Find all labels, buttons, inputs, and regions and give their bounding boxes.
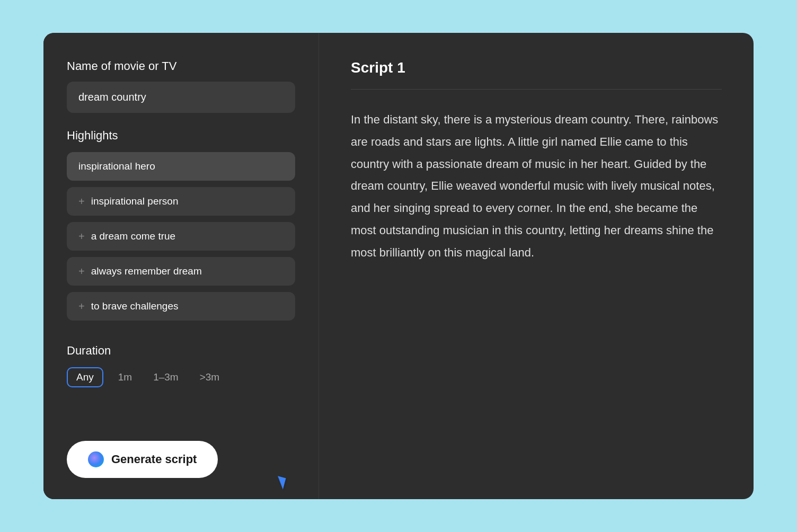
highlight-item-h1[interactable]: inspirational hero [67,152,295,181]
highlight-text-h1: inspirational hero [78,161,155,172]
highlight-item-h5[interactable]: + to brave challenges [67,292,295,321]
right-panel: Script 1 In the distant sky, there is a … [319,33,754,499]
movie-label: Name of movie or TV [67,59,295,73]
highlight-text-h2: inspirational person [91,196,179,207]
plus-icon-h5: + [78,301,85,312]
duration-3m-plus[interactable]: >3m [193,367,226,387]
left-panel: Name of movie or TV dream country Highli… [43,33,319,499]
main-card: Name of movie or TV dream country Highli… [43,33,754,499]
movie-input[interactable]: dream country [67,82,295,113]
duration-any[interactable]: Any [67,367,103,387]
cursor-icon [274,476,286,489]
highlight-text-h4: always remember dream [91,265,202,277]
duration-label: Duration [67,344,295,358]
plus-icon-h4: + [78,266,85,277]
plus-icon-h3: + [78,231,85,242]
highlights-label: Highlights [67,129,295,143]
duration-section: Duration Any 1m 1–3m >3m [67,344,295,387]
script-divider [351,89,722,90]
generate-btn-label: Generate script [111,453,197,466]
duration-1m[interactable]: 1m [112,367,138,387]
script-content: In the distant sky, there is a mysteriou… [351,109,722,264]
highlight-item-h4[interactable]: + always remember dream [67,257,295,286]
script-title: Script 1 [351,59,722,76]
orb-icon [88,451,104,467]
highlight-text-h5: to brave challenges [91,300,179,312]
plus-icon-h2: + [78,196,85,207]
generate-btn-container: Generate script [67,425,295,478]
generate-script-button[interactable]: Generate script [67,441,218,478]
duration-1-3m[interactable]: 1–3m [147,367,185,387]
duration-options: Any 1m 1–3m >3m [67,367,295,387]
highlight-item-h3[interactable]: + a dream come true [67,222,295,251]
highlight-text-h3: a dream come true [91,230,175,242]
highlights-section: Highlights inspirational hero + inspirat… [67,129,295,327]
highlight-item-h2[interactable]: + inspirational person [67,187,295,216]
